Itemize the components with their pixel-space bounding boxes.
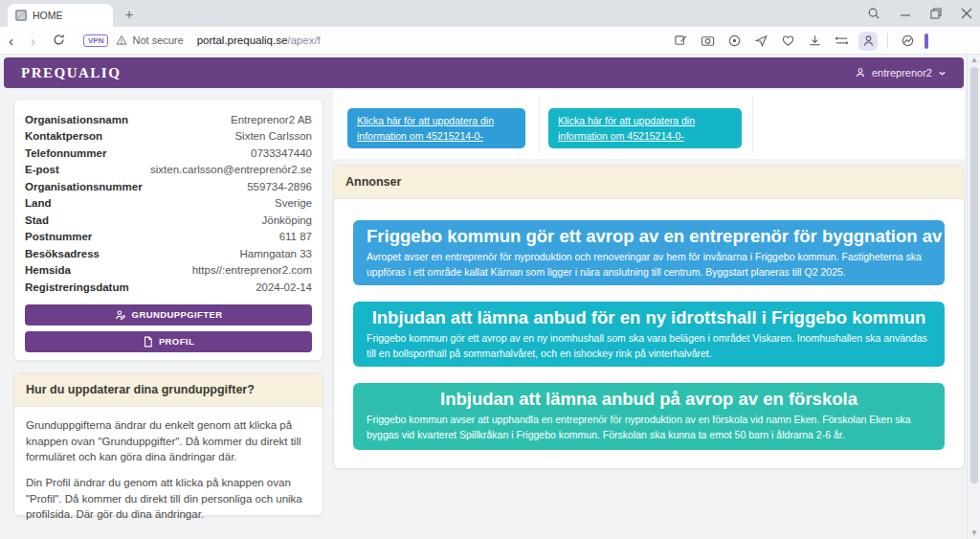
brand-logo: PREQUALIQ [21, 65, 121, 81]
collections-icon[interactable] [832, 32, 851, 51]
column-divider [539, 96, 540, 153]
ad-card-forskola[interactable]: Inbjudan att lämna anbud på avrop av en … [353, 383, 945, 450]
annonser-title: Annonser [334, 166, 964, 199]
scrollbar-thumb[interactable] [970, 67, 978, 483]
user-name: entreprenor2 [872, 67, 932, 79]
camera-icon[interactable] [698, 32, 717, 51]
annonser-panel: Annonser Friggebo kommun gör ett avrop a… [333, 165, 965, 469]
org-row: KontaktpersonSixten Carlsson [25, 128, 312, 146]
scroll-up-icon[interactable]: ▲ [968, 55, 980, 66]
org-row: Hemsidahttps//:entreprenor2.com [25, 262, 312, 280]
url-host: portal.prequaliq.se [197, 34, 288, 46]
ad-body: Friggebo kommun avser att upphandla en e… [367, 413, 931, 443]
org-row: Registreringsdatum2024-02-14 [25, 279, 312, 296]
target-icon[interactable] [724, 32, 744, 51]
ad-title: Friggebo kommun gör ett avrop av en entr… [367, 226, 931, 247]
sidebar-toggle-icon[interactable] [924, 34, 928, 49]
profil-button[interactable]: PROFIL [25, 331, 312, 352]
browser-titlebar: HOME + [0, 0, 980, 27]
chevron-down-icon [938, 69, 947, 78]
page-scrollbar[interactable]: ▲ ▼ [967, 55, 980, 539]
update-links-strip: Klicka här för att uppdatera din informa… [333, 90, 965, 159]
send-icon[interactable] [751, 32, 770, 51]
help-card: Hur du uppdaterar dina grunduppgifter? G… [13, 372, 323, 516]
grunduppgifter-button[interactable]: GRUNDUPPGIFTER [25, 304, 312, 326]
scroll-down-icon[interactable]: ▼ [968, 528, 980, 539]
security-indicator[interactable]: Not secure [116, 34, 183, 46]
ad-title: Inbjudan att lämna anbud för en ny idrot… [367, 307, 931, 328]
browser-toolbar: ‹ › VPN Not secure portal.prequaliq.se/a… [0, 27, 980, 55]
ad-card-byggnation[interactable]: Friggebo kommun gör ett avrop av en entr… [353, 220, 945, 285]
org-row: LandSverige [25, 195, 312, 213]
document-icon [143, 336, 153, 348]
org-row: StadJönköping [25, 212, 312, 229]
web-capture-icon[interactable] [671, 32, 690, 51]
toolbar-divider [887, 34, 888, 49]
user-menu[interactable]: entreprenor2 [855, 67, 947, 79]
minimize-button[interactable] [900, 8, 911, 19]
ad-body: Friggebo kommun gör ett avrop av en ny i… [367, 331, 931, 362]
update-info-button-2[interactable]: Klicka här för att uppdatera din informa… [548, 108, 742, 148]
org-row: Telefonnummer0733347440 [25, 145, 312, 162]
person-edit-icon [115, 309, 126, 321]
favorites-heart-icon[interactable] [778, 32, 797, 51]
site-favicon-icon [15, 10, 27, 21]
browser-tab[interactable]: HOME [8, 4, 113, 27]
org-row: BesöksadressHamngatan 33 [25, 245, 312, 262]
address-bar[interactable]: portal.prequaliq.se/apex/f [197, 34, 321, 46]
profile-icon[interactable] [858, 32, 878, 51]
vpn-badge[interactable]: VPN [83, 34, 108, 47]
help-paragraph: Din Profil ändrar du genom att klicka på… [26, 475, 311, 523]
close-button[interactable] [961, 8, 972, 19]
help-paragraph: Grunduppgifterna ändrar du enkelt genom … [26, 417, 311, 465]
browser-essentials-icon[interactable] [898, 32, 917, 51]
app-header: PREQUALIQ entreprenor2 [4, 57, 964, 88]
restore-button[interactable] [930, 8, 942, 19]
tab-title: HOME [33, 10, 63, 21]
org-row: Postnummer611 87 [25, 229, 312, 246]
org-row: E-postsixten.carlsson@entreprenör2.se [25, 162, 312, 179]
ad-card-idrottshall[interactable]: Inbjudan att lämna anbud för en ny idrot… [353, 302, 945, 367]
back-icon[interactable]: ‹ [0, 34, 22, 48]
user-icon [855, 67, 866, 79]
organisation-card: OrganisationsnamnEntreprenor2 AB Kontakt… [13, 99, 323, 361]
help-card-title: Hur du uppdaterar dina grunduppgifter? [14, 373, 323, 407]
ad-body: Avropet avser en entreprenör för nyprodu… [367, 250, 931, 281]
reload-icon[interactable] [44, 34, 74, 48]
org-row: Organisationsnummer559734-2896 [25, 178, 312, 195]
org-row: OrganisationsnamnEntreprenor2 AB [25, 111, 312, 128]
forward-icon[interactable]: › [22, 34, 44, 48]
url-path: /apex/f [287, 34, 321, 46]
warning-icon [116, 34, 127, 46]
column-divider [752, 96, 753, 153]
ad-title: Inbjudan att lämna anbud på avrop av en … [367, 389, 931, 410]
search-icon[interactable] [867, 7, 880, 20]
downloads-icon[interactable] [805, 32, 824, 51]
update-info-button-1[interactable]: Klicka här för att uppdatera din informa… [347, 108, 525, 148]
new-tab-button[interactable]: + [121, 7, 138, 24]
